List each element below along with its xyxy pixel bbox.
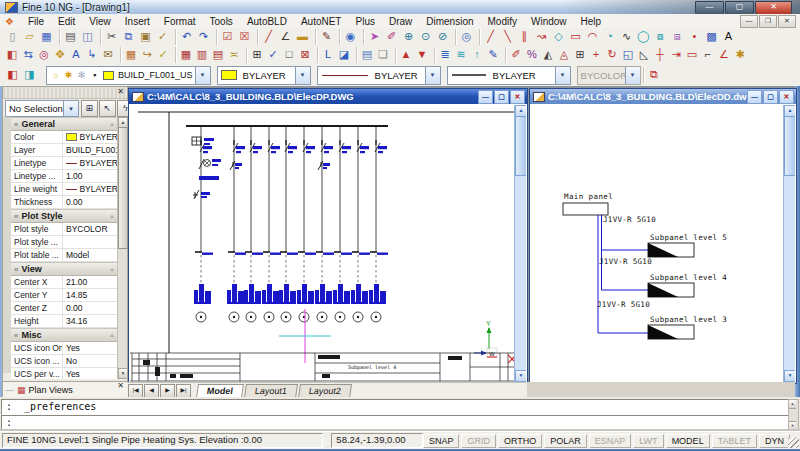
break-icon[interactable]: ▭ [684, 47, 700, 63]
palette-scrollbar[interactable]: ▲ ▼ [117, 117, 127, 379]
minimize-button[interactable]: — [695, 1, 724, 15]
layer-lock-icon[interactable]: ▪ [88, 70, 101, 80]
tab-scroll-last-button[interactable]: ▶| [176, 384, 191, 398]
pointer-icon[interactable]: ➤ [366, 29, 383, 45]
tab-layout2[interactable]: Layout2 [298, 384, 352, 398]
pan-icon[interactable]: ◎ [458, 29, 475, 45]
elecdd-close-button[interactable]: ✕ [779, 90, 794, 104]
copy-object-icon[interactable]: % [524, 47, 540, 63]
legend-icon[interactable]: ▤ [210, 47, 226, 63]
elecdd-canvas[interactable]: Main panel J1VV-R 5G10 Subpanel level 5 … [531, 105, 795, 382]
multiline-icon[interactable]: ∥ [516, 29, 533, 45]
menu-dimension[interactable]: Dimension [419, 16, 480, 27]
toggle-grid[interactable]: GRID [461, 434, 496, 448]
linetype-combo[interactable]: BYLAYER ▼ [317, 66, 441, 85]
section-view[interactable]: «View▲ [11, 262, 118, 276]
layer-freeze-icon[interactable]: ✻ [75, 70, 88, 80]
section-misc[interactable]: «Misc▲ [11, 328, 118, 342]
export-icon[interactable]: ↪ [139, 47, 155, 63]
trim-icon[interactable]: ┼ [652, 47, 668, 63]
layer-combo[interactable]: ☼✱✻▪ BUILD_FL001_US ▼ [46, 66, 211, 85]
elecdp-vscrollbar[interactable]: ▲ ▼ [514, 105, 526, 382]
lineweight-combo[interactable]: BYLAYER ▼ [447, 66, 571, 85]
check-drawing-icon[interactable]: ✓ [265, 47, 281, 63]
selection-combo[interactable]: No Selection ▼ [5, 100, 79, 117]
zoom-in-icon[interactable]: ⊙ [417, 29, 434, 45]
text-icon[interactable]: A [720, 29, 737, 45]
pick-point-icon[interactable]: ✥ [52, 47, 68, 63]
save-icon[interactable]: ▦ [38, 29, 55, 45]
scroll-thumb[interactable] [515, 116, 526, 176]
fillet-icon[interactable]: ⌐ [700, 47, 716, 63]
redo-icon[interactable]: ↷ [195, 29, 212, 45]
tab-model[interactable]: Model [196, 384, 244, 398]
mail-icon[interactable]: ✉ [100, 47, 116, 63]
toggle-snap[interactable]: SNAP [423, 434, 460, 448]
menu-tools[interactable]: Tools [203, 16, 240, 27]
elecdp-minimize-button[interactable]: — [478, 90, 493, 104]
hatch-icon[interactable]: ▩ [703, 29, 720, 45]
copy-icon[interactable]: ⧉ [120, 29, 137, 45]
menu-window[interactable]: Window [524, 16, 574, 27]
layer-states-icon[interactable]: ◨ [21, 67, 38, 83]
scroll-up-icon[interactable]: ▲ [789, 400, 796, 409]
toggle-esnap[interactable]: ESNAP [589, 434, 632, 448]
array-icon[interactable]: ⊞ [572, 47, 588, 63]
move-icon[interactable]: + [588, 47, 604, 63]
menu-draw[interactable]: Draw [382, 16, 419, 27]
zoom-realtime-icon[interactable]: ◉ [342, 29, 359, 45]
sketch-icon[interactable]: ╱ [260, 29, 277, 45]
bar-chart-icon[interactable]: ≍ [226, 47, 242, 63]
extend-icon[interactable]: ⇥ [668, 47, 684, 63]
menu-view[interactable]: View [82, 16, 118, 27]
plan-views-close-icon[interactable]: ✕ [117, 381, 124, 390]
scroll-down-icon[interactable]: ▼ [118, 368, 128, 379]
scale-icon[interactable]: ◱ [620, 47, 636, 63]
layers-icon[interactable]: ◧ [4, 67, 21, 83]
ucs-icon[interactable]: L [320, 47, 336, 63]
explode-icon[interactable]: ✱ [732, 47, 748, 63]
render-icon[interactable]: ▦ [123, 47, 139, 63]
tab-scroll-first-button[interactable]: |◀ [128, 384, 143, 398]
mirror-icon[interactable]: ◭ [540, 47, 556, 63]
menu-edit[interactable]: Edit [51, 16, 82, 27]
paste-icon[interactable]: ▣ [137, 29, 154, 45]
chamfer-icon[interactable]: ∠ [716, 47, 732, 63]
menu-autonet[interactable]: AutoNET [294, 16, 349, 27]
toggle-ortho[interactable]: ORTHO [498, 434, 542, 448]
color-combo[interactable]: BYLAYER ▼ [217, 66, 311, 85]
annotate-icon[interactable]: ✎ [485, 47, 501, 63]
wave-icon[interactable]: ≋ [453, 47, 469, 63]
selection-dropdown-button[interactable]: ▼ [63, 101, 78, 116]
elecdd-vscrollbar[interactable]: ▲ ▼ [783, 105, 795, 382]
scroll-thumb[interactable] [784, 116, 795, 176]
menu-format[interactable]: Format [157, 16, 203, 27]
elecdp-titlebar[interactable]: C:\4M\CALC\8_3_BUILDING.BLD\ElecDP.DWG —… [129, 89, 527, 104]
raise-icon[interactable]: ↑ [469, 47, 485, 63]
zoom-window-icon[interactable]: ⊕ [400, 29, 417, 45]
band-icon[interactable]: ▬ [294, 29, 311, 45]
layer-match-icon[interactable]: ⧉ [646, 67, 663, 83]
lineweight-dropdown-button[interactable]: ▼ [555, 67, 570, 84]
palette-header[interactable]: ✕ [3, 87, 127, 99]
section-plot-style[interactable]: «Plot Style▲ [11, 209, 118, 223]
rectangle-icon[interactable]: ▭ [567, 29, 584, 45]
bom-table-icon[interactable]: ▦ [178, 47, 194, 63]
arc-icon[interactable]: ◠ [584, 29, 601, 45]
quick-select-button[interactable]: ⊞ [81, 100, 98, 117]
undo-icon[interactable]: ↶ [178, 29, 195, 45]
close-button[interactable]: ✕ [755, 1, 792, 15]
toggle-model[interactable]: MODEL [666, 434, 710, 448]
maximize-button[interactable]: ▢ [725, 1, 754, 15]
titlebar[interactable]: Fine 10 NG - [Drawing1] — ▢ ✕ [0, 0, 800, 15]
print-preview-icon[interactable]: ◫ [79, 29, 96, 45]
building-icon[interactable]: ◧ [4, 47, 20, 63]
ellipse-icon[interactable]: ◯ [635, 29, 652, 45]
tab-layout1[interactable]: Layout1 [244, 384, 298, 398]
offset-icon[interactable]: ◬ [556, 47, 572, 63]
menu-plus[interactable]: Plus [348, 16, 381, 27]
pick-icon[interactable]: ✐ [383, 29, 400, 45]
section-general[interactable]: «General▲ [11, 117, 118, 131]
menu-modify[interactable]: Modify [481, 16, 524, 27]
color-dropdown-button[interactable]: ▼ [295, 67, 310, 84]
